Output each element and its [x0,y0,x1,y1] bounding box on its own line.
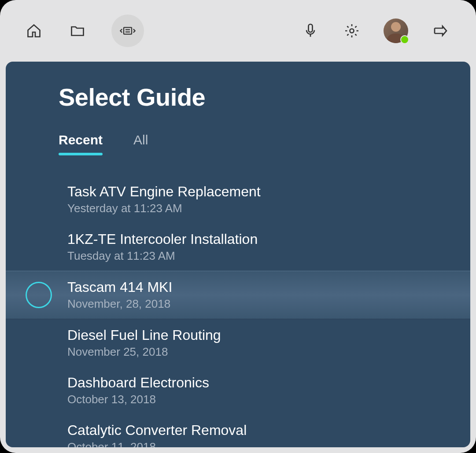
guide-date: Tuesday at 11:23 AM [67,249,470,263]
tab-all[interactable]: All [133,133,148,154]
guide-title: 1KZ-TE Intercooler Installation [67,231,470,247]
gear-icon [344,23,360,39]
avatar-button[interactable] [384,18,408,43]
guide-date: Yesterday at 11:23 AM [67,202,470,215]
guide-date: November, 28, 2018 [67,297,470,311]
svg-rect-3 [309,24,313,32]
guide-date: November 25, 2018 [67,345,470,359]
pin-icon [432,23,448,39]
guide-title: Dashboard Electronics [67,375,470,391]
microphone-button[interactable] [301,21,320,41]
select-guide-panel: Select Guide Recent All Task ATV Engine … [6,62,470,447]
tabs: Recent All [59,133,470,154]
list-item[interactable]: Catalytic Converter Removal October 11, … [6,414,470,447]
home-button[interactable] [24,21,44,41]
home-icon [26,23,42,39]
guide-date: October 11, 2018 [67,440,470,447]
guide-icon [120,23,136,39]
toolbar-left-group [24,15,144,47]
panel-title: Select Guide [59,83,470,111]
list-item[interactable]: Diesel Fuel Line Routing November 25, 20… [6,319,470,367]
guide-list: Task ATV Engine Replacement Yesterday at… [6,176,470,447]
svg-rect-0 [124,27,132,34]
toolbar-right-group [301,18,450,43]
pin-button[interactable] [430,21,450,41]
svg-point-5 [350,29,354,33]
app-window: Select Guide Recent All Task ATV Engine … [0,0,476,453]
list-item[interactable]: Tascam 414 MKI November, 28, 2018 [6,271,470,319]
guide-title: Catalytic Converter Removal [67,422,470,438]
list-item[interactable]: Dashboard Electronics October 13, 2018 [6,367,470,414]
tab-recent[interactable]: Recent [59,133,103,154]
settings-button[interactable] [342,21,362,41]
folder-button[interactable] [68,21,87,41]
list-item[interactable]: 1KZ-TE Intercooler Installation Tuesday … [6,223,470,271]
presence-indicator [400,35,409,44]
toolbar [0,0,476,62]
guide-button[interactable] [111,15,144,47]
guide-title: Diesel Fuel Line Routing [67,327,470,343]
guide-title: Tascam 414 MKI [67,279,470,295]
guide-title: Task ATV Engine Replacement [67,184,470,200]
guide-date: October 13, 2018 [67,393,470,406]
folder-icon [70,23,85,39]
list-item[interactable]: Task ATV Engine Replacement Yesterday at… [6,176,470,223]
microphone-icon [303,23,318,39]
